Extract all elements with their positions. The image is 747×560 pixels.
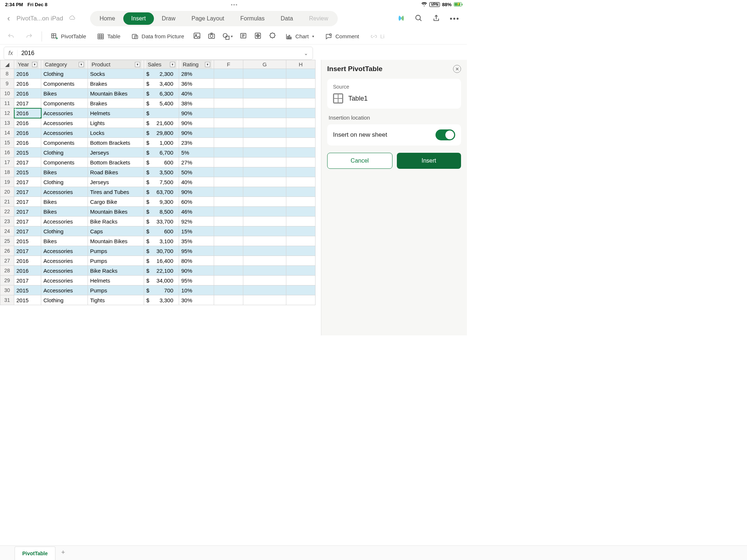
pivottable-button[interactable]: PivotTable xyxy=(49,31,88,42)
formula-value[interactable]: 2016 xyxy=(18,50,299,57)
cell-product[interactable]: Bike Racks xyxy=(88,217,144,226)
cell-product[interactable]: Brakes xyxy=(88,79,144,89)
cell-rating[interactable]: 10% xyxy=(179,285,214,295)
table-row[interactable]: 142016AccessoriesLocks$29,80090% xyxy=(0,128,316,138)
row-header[interactable]: 10 xyxy=(0,89,14,98)
cell-empty[interactable] xyxy=(214,236,243,246)
filter-year[interactable]: ▼ xyxy=(32,62,37,67)
cell-sales[interactable]: $6,300 xyxy=(144,89,179,98)
cell-empty[interactable] xyxy=(243,177,286,187)
row-header[interactable]: 25 xyxy=(0,236,14,246)
camera-button[interactable] xyxy=(208,32,216,41)
more-icon[interactable]: ••• xyxy=(450,15,460,23)
cell-category[interactable]: Accessories xyxy=(41,256,88,266)
recommended-button[interactable] xyxy=(254,32,262,41)
cell-empty[interactable] xyxy=(214,266,243,276)
cell-product[interactable]: Helmets xyxy=(88,276,144,285)
cell-rating[interactable]: 50% xyxy=(179,167,214,177)
table-row[interactable]: 272016AccessoriesPumps$16,40080% xyxy=(0,256,316,266)
cell-sales[interactable]: $21,600 xyxy=(144,118,179,128)
cell-category[interactable]: Accessories xyxy=(41,246,88,256)
cell-category[interactable]: Components xyxy=(41,158,88,167)
cell-year[interactable]: 2016 xyxy=(14,138,41,148)
cell-empty[interactable] xyxy=(286,187,316,197)
cell-empty[interactable] xyxy=(243,236,286,246)
formula-expand[interactable]: ⌄ xyxy=(299,50,313,56)
cell-category[interactable]: Accessories xyxy=(41,118,88,128)
cell-rating[interactable]: 80% xyxy=(179,256,214,266)
cell-category[interactable]: Accessories xyxy=(41,128,88,138)
cell-category[interactable]: Accessories xyxy=(41,108,88,118)
cell-category[interactable]: Bikes xyxy=(41,167,88,177)
cell-empty[interactable] xyxy=(214,138,243,148)
redo-button[interactable] xyxy=(23,31,35,42)
cell-empty[interactable] xyxy=(243,98,286,108)
cell-product[interactable]: Pumps xyxy=(88,256,144,266)
row-header[interactable]: 31 xyxy=(0,295,14,305)
cell-empty[interactable] xyxy=(286,128,316,138)
cell-empty[interactable] xyxy=(243,276,286,285)
insert-button[interactable]: Insert xyxy=(397,153,461,169)
chart-button[interactable]: Chart ▾ xyxy=(283,31,317,42)
undo-button[interactable] xyxy=(5,31,17,42)
cell-empty[interactable] xyxy=(214,148,243,158)
cell-product[interactable]: Caps xyxy=(88,226,144,236)
cell-year[interactable]: 2016 xyxy=(14,69,41,79)
row-header[interactable]: 15 xyxy=(0,138,14,148)
cell-sales[interactable]: $700 xyxy=(144,285,179,295)
copilot-icon[interactable] xyxy=(397,14,405,23)
link-button[interactable]: Li xyxy=(368,31,387,42)
cell-year[interactable]: 2017 xyxy=(14,158,41,167)
row-header[interactable]: 9 xyxy=(0,79,14,89)
cell-rating[interactable]: 90% xyxy=(179,108,214,118)
filter-category[interactable]: ▼ xyxy=(79,62,84,67)
row-header[interactable]: 18 xyxy=(0,167,14,177)
cell-empty[interactable] xyxy=(286,167,316,177)
cell-category[interactable]: Clothing xyxy=(41,69,88,79)
col-C[interactable]: Product▼ xyxy=(88,60,144,69)
cell-rating[interactable]: 15% xyxy=(179,226,214,236)
cell-rating[interactable]: 90% xyxy=(179,118,214,128)
cell-year[interactable]: 2016 xyxy=(14,79,41,89)
cell-category[interactable]: Clothing xyxy=(41,148,88,158)
cell-empty[interactable] xyxy=(243,295,286,305)
row-header[interactable]: 11 xyxy=(0,98,14,108)
cell-sales[interactable]: $63,700 xyxy=(144,187,179,197)
cell-year[interactable]: 2016 xyxy=(14,118,41,128)
cell-category[interactable]: Components xyxy=(41,138,88,148)
cell-sales[interactable]: $3,400 xyxy=(144,79,179,89)
cell-sales[interactable]: $1,000 xyxy=(144,138,179,148)
cell-category[interactable]: Components xyxy=(41,98,88,108)
cell-product[interactable]: Pumps xyxy=(88,285,144,295)
cell-rating[interactable]: 46% xyxy=(179,207,214,217)
cell-sales[interactable]: $30,700 xyxy=(144,246,179,256)
cell-sales[interactable]: $600 xyxy=(144,226,179,236)
cell-product[interactable]: Jerseys xyxy=(88,148,144,158)
row-header[interactable]: 27 xyxy=(0,256,14,266)
col-D[interactable]: Sales▼ xyxy=(144,60,179,69)
cell-sales[interactable]: $34,000 xyxy=(144,276,179,285)
cell-empty[interactable] xyxy=(286,89,316,98)
table-row[interactable]: 172017ComponentsBottom Brackets$60027% xyxy=(0,158,316,167)
cell-category[interactable]: Accessories xyxy=(41,217,88,226)
autosave-cloud-icon[interactable] xyxy=(69,15,76,22)
cell-year[interactable]: 2017 xyxy=(14,98,41,108)
tab-page-layout[interactable]: Page Layout xyxy=(183,12,232,25)
textbox-button[interactable] xyxy=(239,32,247,41)
cell-empty[interactable] xyxy=(214,69,243,79)
row-header[interactable]: 14 xyxy=(0,128,14,138)
cell-empty[interactable] xyxy=(243,207,286,217)
cell-sales[interactable]: $5,400 xyxy=(144,98,179,108)
table-row[interactable]: 82016ClothingSocks$2,30028% xyxy=(0,69,316,79)
cell-sales[interactable]: $9,300 xyxy=(144,197,179,207)
row-header[interactable]: 30 xyxy=(0,285,14,295)
tab-insert[interactable]: Insert xyxy=(123,12,154,25)
cancel-button[interactable]: Cancel xyxy=(327,153,392,169)
addins-button[interactable] xyxy=(268,32,276,41)
cell-rating[interactable]: 5% xyxy=(179,148,214,158)
cell-rating[interactable]: 38% xyxy=(179,98,214,108)
cell-product[interactable]: Cargo Bike xyxy=(88,197,144,207)
cell-category[interactable]: Accessories xyxy=(41,187,88,197)
cell-empty[interactable] xyxy=(286,266,316,276)
table-row[interactable]: 262017AccessoriesPumps$30,70095% xyxy=(0,246,316,256)
